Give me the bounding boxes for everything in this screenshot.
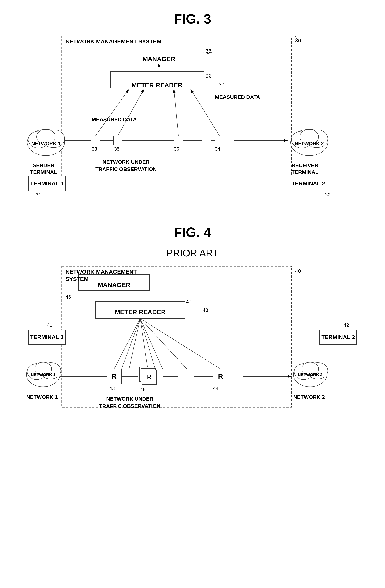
svg-line-37: [114, 318, 140, 369]
fig3-title: FIG. 3: [15, 11, 370, 26]
ref-47: 47: [186, 299, 191, 305]
network1-cloud-fig3: NETWORK 1: [24, 120, 67, 161]
ref-48: 48: [203, 307, 208, 313]
page: FIG. 3: [0, 0, 385, 588]
nms-label-fig3: NETWORK MANAGEMENT SYSTEM: [66, 38, 161, 45]
svg-line-44: [140, 318, 187, 369]
svg-line-14: [174, 89, 178, 136]
r-box-45c: R: [142, 370, 157, 385]
terminal2-box-fig3: TERMINAL 2: [289, 176, 327, 191]
svg-text:NETWORK 2: NETWORK 2: [295, 141, 324, 146]
svg-line-13: [118, 89, 144, 136]
svg-line-39: [129, 318, 140, 369]
terminal2-box-fig4: TERMINAL 2: [319, 330, 357, 345]
manager-box-fig4: MANAGER: [79, 277, 150, 293]
network-under-fig3: NETWORK UNDERTRAFFIC OBSERVATION: [96, 158, 157, 173]
ref-44: 44: [213, 385, 218, 391]
ref-32: 32: [325, 192, 330, 198]
node-34: [215, 136, 224, 145]
svg-line-43: [140, 318, 163, 369]
svg-text:NETWORK 2: NETWORK 2: [298, 372, 323, 377]
node-33: [91, 136, 100, 145]
ref-30: 30: [295, 38, 301, 44]
fig3-diagram: 30 NETWORK MANAGEMENT SYSTEM MANAGER 38 …: [24, 34, 361, 202]
ref-34: 34: [215, 146, 220, 152]
manager-box-fig3: MANAGER: [114, 50, 204, 67]
r-box-43: R: [107, 369, 122, 384]
svg-line-41: [140, 318, 148, 369]
network2-cloud-fig3: NETWORK 2: [288, 120, 331, 161]
ref-39: 39: [206, 73, 211, 79]
ref-42: 42: [344, 322, 349, 328]
ref-37: 37: [219, 82, 224, 88]
ref-46: 46: [66, 294, 71, 300]
ref-36: 36: [174, 146, 179, 152]
fig4-diagram: 40 NETWORK MANAGEMENTSYSTEM MANAGER 46 M…: [24, 264, 361, 447]
network1-label-fig4: NETWORK 1: [26, 394, 58, 400]
ref-35: 35: [114, 146, 119, 152]
ref-45: 45: [140, 387, 146, 393]
network1-cloud-fig4: NETWORK 1: [24, 354, 62, 391]
node-35: [113, 136, 122, 145]
measured-data-right: MEASURED DATA: [215, 94, 260, 101]
terminal1-box-fig4: TERMINAL 1: [28, 330, 66, 345]
svg-line-42: [140, 318, 155, 369]
prior-art-label: PRIOR ART: [24, 248, 361, 259]
terminal1-box-fig3: TERMINAL 1: [28, 176, 66, 191]
svg-line-45: [140, 318, 220, 369]
fig4-section: FIG. 4 PRIOR ART: [24, 225, 361, 447]
ref-31: 31: [36, 192, 41, 198]
r-box-44: R: [213, 369, 228, 384]
network2-label-fig4: NETWORK 2: [293, 394, 325, 400]
measured-data-left: MEASURED DATA: [92, 116, 137, 123]
meter-reader-box-fig4: METER READER: [96, 304, 185, 320]
ref-40: 40: [295, 268, 301, 274]
svg-text:NETWORK 1: NETWORK 1: [31, 141, 60, 146]
svg-text:NETWORK 1: NETWORK 1: [31, 372, 56, 377]
network2-cloud-fig4: NETWORK 2: [291, 354, 329, 391]
svg-line-38: [122, 318, 140, 369]
network-under-fig4: NETWORK UNDERTRAFFIC OBSERVATION: [99, 395, 160, 410]
fig4-title: FIG. 4: [24, 225, 361, 240]
ref-43: 43: [109, 385, 115, 391]
ref-33: 33: [92, 146, 97, 152]
ref-41: 41: [47, 322, 52, 328]
node-36: [174, 136, 183, 145]
meter-reader-box-fig3: METER READER: [110, 77, 204, 93]
svg-line-12: [96, 89, 129, 136]
